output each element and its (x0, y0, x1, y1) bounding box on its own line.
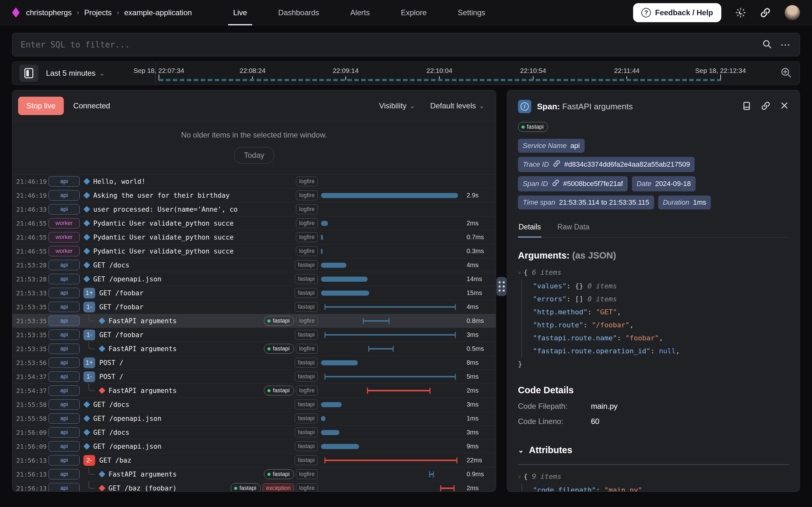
share-link-icon[interactable] (760, 7, 771, 18)
nav-tab-explore[interactable]: Explore (398, 0, 430, 25)
collapse-caret-icon[interactable]: ˅ (518, 270, 521, 276)
copy-link-icon[interactable] (761, 101, 770, 112)
tab-raw-data[interactable]: Raw Data (557, 220, 590, 237)
metadata-chip-trace-id[interactable]: Trace ID#d834c3374dd6fa2e4aa82a55ab21750… (518, 157, 695, 172)
trace-row[interactable]: 21:46:19apiAsking the user for their bir… (12, 188, 496, 202)
service-pill-api[interactable]: api (49, 372, 80, 382)
search-icon[interactable] (762, 39, 772, 50)
service-pill-api[interactable]: api (49, 469, 80, 480)
service-pill-api[interactable]: api (49, 288, 80, 298)
trace-row[interactable]: 21:54:37api1-POST /fastapi5ms (12, 370, 496, 383)
service-pill-api[interactable]: api (49, 176, 80, 187)
logfire-tag[interactable]: logfire (296, 483, 318, 492)
fastapi-tag[interactable]: fastapi (231, 483, 261, 492)
feedback-help-button[interactable]: ? Feedback / Help (633, 3, 721, 22)
service-pill-api[interactable]: api (49, 302, 80, 312)
trace-row[interactable]: 21:53:35api1-GET /foobarfastapi3ms (12, 328, 496, 342)
more-options-icon[interactable]: ⋯ (780, 42, 792, 48)
fastapi-tag[interactable]: fastapi (264, 344, 294, 354)
logfire-tag[interactable]: logfire (296, 316, 318, 326)
fastapi-tag[interactable]: fastapi (264, 469, 294, 479)
trace-row[interactable]: 21:55:58apiGET /docsfastapi3ms (12, 397, 496, 411)
collapse-badge[interactable]: 1- (84, 302, 95, 313)
service-pill-api[interactable]: api (49, 357, 80, 368)
trace-row[interactable]: 21:46:55workerPydantic User validate_pyt… (12, 230, 496, 244)
trace-row[interactable]: 21:46:55workerPydantic User validate_pyt… (12, 244, 496, 258)
collapse-badge[interactable]: 1+ (84, 288, 95, 298)
metadata-chip-time-span[interactable]: Time span21:53:35.114 to 21:53:35.115 (518, 195, 654, 210)
trace-row[interactable]: 21:56:13apiGET /baz (foobar)fastapiexcep… (12, 481, 496, 492)
logfire-tag[interactable]: logfire (296, 246, 318, 256)
fastapi-tag[interactable]: fastapi (295, 358, 318, 368)
service-pill-api[interactable]: api (49, 343, 80, 354)
visibility-dropdown[interactable]: Visibility ⌄ (379, 101, 415, 110)
service-pill-api[interactable]: api (49, 274, 80, 284)
collapse-badge[interactable]: 2- (84, 455, 95, 466)
fastapi-tag[interactable]: fastapi (295, 441, 318, 451)
service-pill-worker[interactable]: worker (49, 232, 80, 242)
service-pill-api[interactable]: api (49, 260, 80, 270)
breadcrumb-item[interactable]: christophergs (26, 8, 72, 17)
fastapi-tag[interactable]: fastapi (295, 413, 318, 424)
trace-row[interactable]: 21:46:55workerPydantic User validate_pyt… (12, 216, 496, 230)
logfire-tag[interactable]: logfire (296, 205, 318, 214)
metadata-chip-service-name[interactable]: Service Nameapi (518, 139, 585, 153)
service-pill-api[interactable]: api (49, 441, 80, 452)
collapse-badge[interactable]: 1- (84, 372, 95, 382)
metadata-chip-duration[interactable]: Duration1ms (658, 195, 711, 210)
trace-row[interactable]: 21:53:28apiGET /openapi.jsonfastapi14ms (12, 272, 496, 286)
logfire-tag[interactable]: logfire (296, 218, 318, 228)
logfire-logo-icon[interactable] (12, 8, 20, 18)
fastapi-tag[interactable]: fastapi (295, 330, 318, 340)
service-pill-api[interactable]: api (49, 427, 80, 438)
trace-row[interactable]: 21:46:33apiuser processed: User(name='An… (12, 202, 496, 216)
fastapi-tag[interactable]: fastapi (264, 316, 294, 326)
service-pill-worker[interactable]: worker (49, 218, 80, 228)
sidebar-toggle-button[interactable] (19, 65, 38, 82)
trace-row[interactable]: 21:56:09apiGET /docsfastapi3ms (12, 425, 496, 439)
exception-tag[interactable]: exception (263, 483, 294, 492)
logfire-tag[interactable]: logfire (296, 386, 318, 395)
timeline-area[interactable]: Sep 18, 22:07:3422:08:2422:09:1422:10:04… (156, 62, 772, 84)
collapse-caret-icon[interactable]: ˅ (518, 474, 521, 480)
user-avatar[interactable] (785, 5, 800, 20)
trace-row[interactable]: 21:53:35api1-GET /foobarfastapi4ms (12, 300, 496, 314)
stop-live-button[interactable]: Stop live (18, 97, 64, 115)
zoom-in-icon[interactable] (780, 66, 792, 80)
fastapi-tag[interactable]: fastapi (295, 260, 318, 270)
service-pill-api[interactable]: api (49, 330, 80, 340)
logfire-tag[interactable]: logfire (296, 190, 318, 200)
metadata-chip-span-id[interactable]: Span ID#5008bce5f7fe21af (518, 176, 628, 191)
collapse-badge[interactable]: 1+ (84, 357, 95, 368)
trace-row[interactable]: 21:53:56api1+POST /fastapi8ms (12, 355, 496, 370)
nav-tab-live[interactable]: Live (230, 0, 250, 25)
service-pill-api[interactable]: api (49, 190, 80, 201)
resize-grip[interactable] (496, 277, 507, 296)
logfire-tag[interactable]: logfire (296, 344, 318, 354)
today-button[interactable]: Today (234, 147, 274, 164)
logfire-tag[interactable]: logfire (296, 469, 318, 479)
close-icon[interactable] (780, 101, 789, 112)
fastapi-tag[interactable]: fastapi (295, 428, 318, 437)
trace-row[interactable]: 21:56:09apiGET /openapi.jsonfastapi9ms (12, 439, 496, 453)
service-pill-api[interactable]: api (49, 385, 80, 396)
fastapi-tag[interactable]: fastapi (295, 302, 318, 312)
fastapi-tag[interactable]: fastapi (295, 274, 318, 284)
fastapi-tag[interactable]: fastapi (518, 122, 548, 132)
tab-details[interactable]: Details (518, 220, 542, 238)
attributes-heading[interactable]: ⌄ Attributes (518, 445, 789, 455)
time-range-selector[interactable]: Last 5 minutes ⌄ (46, 69, 105, 78)
trace-row[interactable]: 21:53:28apiGET /docsfastapi4ms (12, 258, 496, 272)
service-pill-api[interactable]: api (49, 455, 80, 465)
theme-toggle-icon[interactable] (735, 7, 746, 18)
sql-filter-input[interactable] (20, 40, 762, 49)
fastapi-tag[interactable]: fastapi (295, 400, 318, 409)
nav-tab-alerts[interactable]: Alerts (347, 0, 373, 25)
default-levels-dropdown[interactable]: Default levels ⌄ (430, 101, 484, 110)
metadata-chip-date[interactable]: Date2024-09-18 (632, 176, 696, 191)
trace-row[interactable]: 21:46:19apiHello, world!logfire (12, 174, 496, 188)
trace-row[interactable]: 21:55:58apiGET /openapi.jsonfastapi1ms (12, 411, 496, 425)
trace-row[interactable]: 21:53:35apiFastAPI argumentsfastapilogfi… (12, 342, 496, 355)
nav-tab-dashboards[interactable]: Dashboards (275, 0, 322, 25)
service-pill-api[interactable]: api (49, 204, 80, 215)
